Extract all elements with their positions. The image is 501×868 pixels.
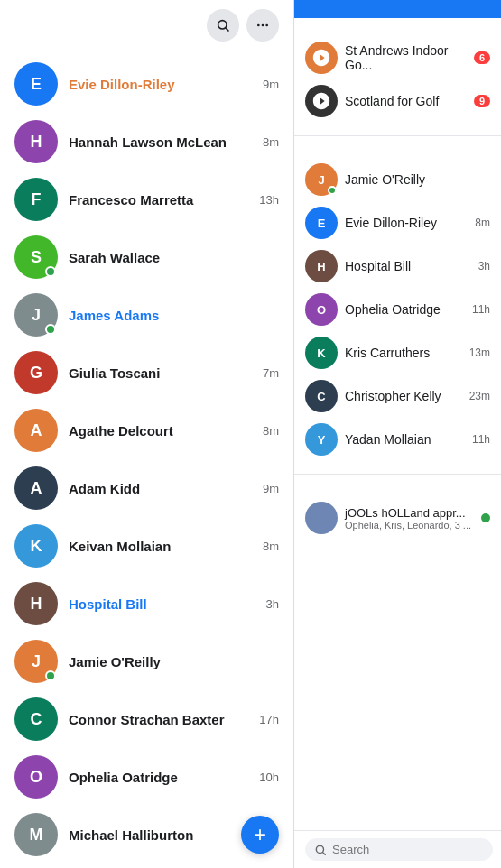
page-item-st-andrews[interactable]: St Andrews Indoor Go... 6 (294, 36, 501, 79)
right-contact-time: 3h (478, 260, 490, 272)
avatar-wrap: H (14, 582, 58, 625)
right-contact-item[interactable]: OOphelia Oatridge11h (294, 288, 501, 331)
contact-item[interactable]: FFrancesco Marretta13h (0, 171, 293, 228)
page-name-st-andrews: St Andrews Indoor Go... (345, 43, 474, 72)
right-avatar-wrap: O (305, 293, 338, 326)
avatar-wrap: H (14, 120, 58, 163)
contact-time: 13h (259, 193, 279, 207)
avatar-wrap: A (14, 466, 58, 510)
contact-info: Ophelia Oatridge10h (69, 770, 279, 785)
right-contact-item[interactable]: EEvie Dillon-Riley8m (294, 201, 501, 245)
contact-info: Michael Halliburton+ (69, 827, 279, 843)
right-contact-item[interactable]: JJamie O'Reilly (294, 158, 501, 201)
right-contact-name: Evie Dillon-Riley (345, 216, 475, 230)
contact-info: Jamie O'Reilly (69, 654, 279, 669)
contact-item[interactable]: AAgathe Delcourt8m (0, 402, 293, 459)
right-contact-time: 11h (472, 433, 490, 446)
contact-time: 17h (259, 713, 279, 726)
avatar-wrap: S (14, 235, 58, 279)
right-avatar-wrap: Y (305, 423, 338, 456)
contact-item[interactable]: HHannah Lawson McLean8m (0, 113, 293, 171)
contact-name: Sarah Wallace (69, 250, 160, 265)
contact-item[interactable]: AAdam Kidd9m (0, 459, 293, 517)
avatar: G (14, 351, 58, 394)
contact-item[interactable]: KKeivan Mollaian8m (0, 517, 293, 575)
right-avatar-wrap: H (305, 250, 338, 282)
contact-info: Adam Kidd9m (69, 481, 279, 496)
page-item-scotland[interactable]: Scotland for Golf 9 (294, 79, 501, 123)
group-info: jOOLs hOLLand appr... Ophelia, Kris, Leo… (345, 506, 481, 531)
avatar-wrap: J (14, 640, 58, 683)
more-button[interactable] (246, 9, 279, 42)
right-contact-name: Jamie O'Reilly (345, 172, 490, 187)
contact-name: Keivan Mollaian (69, 539, 171, 554)
page-info: St Andrews Indoor Go... (345, 43, 474, 72)
svg-point-2 (257, 24, 260, 27)
contact-item[interactable]: SSarah Wallace (0, 228, 293, 286)
avatar-wrap: K (14, 524, 58, 568)
contact-item[interactable]: HHospital Bill3h (0, 575, 293, 633)
contact-info: Francesco Marretta13h (69, 192, 279, 208)
contact-item[interactable]: EEvie Dillon-Riley9m (0, 55, 293, 113)
contact-name: Francesco Marretta (69, 192, 193, 208)
right-contact-time: 23m (469, 390, 490, 402)
contact-info: Evie Dillon-Riley9m (69, 77, 279, 92)
right-contact-item[interactable]: HHospital Bill3h (294, 245, 501, 288)
contact-time: 8m (263, 135, 279, 149)
right-avatar-wrap: C (305, 380, 338, 412)
avatar-wrap: C (14, 697, 58, 741)
right-avatar: K (305, 337, 338, 369)
search-bar[interactable] (305, 838, 493, 861)
avatar: A (14, 466, 58, 510)
contact-item[interactable]: JJamie O'Reilly (0, 633, 293, 690)
right-contact-name: Ophelia Oatridge (345, 302, 472, 317)
contact-info: Hannah Lawson McLean8m (69, 134, 279, 150)
contact-name: Adam Kidd (69, 481, 140, 496)
group-online-dot (481, 513, 490, 522)
contacts-list: EEvie Dillon-Riley9mHHannah Lawson McLea… (0, 51, 293, 868)
contact-item[interactable]: MMichael Halliburton+ (0, 806, 293, 863)
contact-item[interactable]: GGiulia Toscani7m (0, 344, 293, 402)
contact-item[interactable]: JJames Adams (0, 286, 293, 344)
contacts-label (294, 149, 501, 158)
page-badge-st-andrews: 6 (474, 51, 490, 64)
right-contact-time: 8m (475, 217, 490, 229)
group-name: jOOLs hOLLand appr... (345, 506, 481, 520)
search-button[interactable] (207, 9, 239, 42)
contact-time: 9m (263, 78, 279, 91)
contact-time: 7m (263, 366, 279, 380)
group-avatar (305, 502, 338, 534)
contact-name: Agathe Delcourt (69, 423, 173, 439)
avatar: C (14, 697, 58, 741)
right-footer: ⚙ ✏ 👥 (294, 830, 501, 868)
new-message-fab[interactable]: + (241, 816, 279, 854)
contact-name: Connor Strachan Baxter (69, 712, 225, 727)
avatar: F (14, 178, 58, 221)
contact-item[interactable]: OOphelia Oatridge10h (0, 748, 293, 806)
right-contact-item[interactable]: CChristopher Kelly23m (294, 374, 501, 418)
avatar-wrap: E (14, 62, 58, 106)
contact-name: James Adams (69, 308, 159, 323)
page-name-scotland: Scotland for Golf (345, 94, 474, 108)
online-dot (45, 324, 56, 335)
group-members: Ophelia, Kris, Leonardo, 3 ... (345, 520, 481, 531)
right-contact-name: Hospital Bill (345, 259, 478, 273)
right-avatar-wrap: J (305, 163, 338, 196)
svg-line-1 (226, 28, 228, 31)
contact-time: 8m (263, 540, 279, 553)
contact-name: Michael Halliburton (69, 827, 193, 843)
avatar: M (14, 813, 58, 856)
contact-info: Hospital Bill3h (69, 596, 279, 612)
divider-2 (294, 474, 501, 475)
contact-info: Connor Strachan Baxter17h (69, 712, 279, 727)
page-avatar-scotland (305, 85, 338, 117)
contact-name: Evie Dillon-Riley (69, 77, 175, 92)
search-input[interactable] (332, 843, 484, 856)
contact-item[interactable]: CConnor Strachan Baxter17h (0, 690, 293, 748)
top-bar (294, 0, 501, 18)
right-contact-item[interactable]: YYadan Mollaian11h (294, 418, 501, 461)
right-contact-item[interactable]: KKris Carruthers13m (294, 331, 501, 374)
group-item-jools[interactable]: jOOLs hOLLand appr... Ophelia, Kris, Leo… (294, 496, 501, 540)
right-contacts-list: JJamie O'ReillyEEvie Dillon-Riley8mHHosp… (294, 158, 501, 461)
avatar-wrap: G (14, 351, 58, 394)
